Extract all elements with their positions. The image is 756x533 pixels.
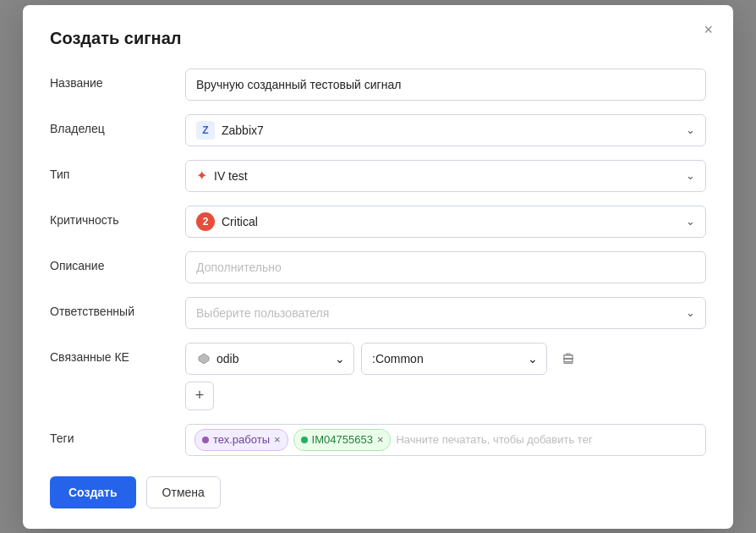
tag-1-label: тех.работы (213, 433, 270, 446)
type-value: IV test (214, 169, 248, 183)
tag-2: IM04755653 × (293, 429, 392, 451)
ke-value-2: :Common (372, 352, 424, 365)
type-row: Тип ✦ IV test ⌄ (50, 160, 706, 192)
criticality-label: Критичность (50, 206, 185, 227)
svg-marker-0 (199, 354, 209, 364)
responsible-row: Ответственный Выберите пользователя ⌄ (50, 297, 706, 329)
tags-label: Теги (50, 424, 185, 445)
type-icon: ✦ (196, 168, 207, 184)
modal-title: Создать сигнал (50, 29, 706, 48)
owner-row: Владелец Z Zabbix7 ⌄ (50, 114, 706, 146)
tags-placeholder: Начните печатать, чтобы добавить тег (396, 433, 592, 446)
criticality-badge: 2 (196, 212, 215, 231)
ke-chevron-icon-2: ⌄ (528, 352, 538, 365)
responsible-select[interactable]: Выберите пользователя ⌄ (185, 297, 706, 329)
create-button[interactable]: Создать (50, 476, 136, 508)
responsible-placeholder: Выберите пользователя (196, 306, 329, 320)
linked-ke-field: odib ⌄ :Common ⌄ (185, 343, 706, 410)
tag-2-label: IM04755653 (312, 433, 373, 446)
criticality-row: Критичность 2 Critical ⌄ (50, 206, 706, 238)
tag-1-remove-button[interactable]: × (274, 434, 281, 445)
criticality-value: Critical (222, 215, 258, 228)
type-select[interactable]: ✦ IV test ⌄ (185, 160, 706, 192)
svg-rect-3 (564, 361, 572, 363)
criticality-select[interactable]: 2 Critical ⌄ (185, 206, 706, 238)
description-row: Описание (50, 251, 706, 283)
ke-delete-button[interactable] (554, 344, 583, 373)
owner-field: Z Zabbix7 ⌄ (185, 114, 706, 146)
cancel-button[interactable]: Отмена (146, 476, 221, 508)
tag-1: тех.работы × (194, 429, 288, 451)
ke-chevron-icon-1: ⌄ (335, 352, 345, 365)
tag-1-dot (202, 437, 209, 443)
footer: Создать Отмена (50, 476, 706, 508)
description-input[interactable] (185, 251, 706, 283)
criticality-field: 2 Critical ⌄ (185, 206, 706, 238)
description-field (185, 251, 706, 283)
name-input[interactable] (185, 69, 706, 101)
close-button[interactable]: × (698, 20, 718, 39)
modal-dialog: × Создать сигнал Название Владелец Z Zab… (23, 5, 733, 529)
type-chevron-icon: ⌄ (686, 169, 695, 182)
name-row: Название (50, 69, 706, 101)
owner-label: Владелец (50, 114, 185, 135)
linked-ke-row: Связанные КЕ odib ⌄ :Common ⌄ (50, 343, 706, 410)
svg-rect-1 (563, 358, 573, 360)
type-field: ✦ IV test ⌄ (185, 160, 706, 192)
ke-select-2[interactable]: :Common ⌄ (361, 343, 547, 375)
criticality-chevron-icon: ⌄ (686, 215, 695, 228)
responsible-chevron-icon: ⌄ (686, 306, 695, 319)
tag-2-remove-button[interactable]: × (377, 434, 384, 445)
ke-value-1: odib (216, 352, 238, 365)
ke-icon-1 (196, 351, 211, 366)
owner-icon: Z (196, 121, 215, 140)
name-label: Название (50, 69, 185, 90)
type-label: Тип (50, 160, 185, 181)
responsible-field: Выберите пользователя ⌄ (185, 297, 706, 329)
owner-value: Zabbix7 (222, 124, 264, 137)
description-label: Описание (50, 251, 185, 272)
tags-row: Теги тех.работы × IM04755653 × Начните п… (50, 424, 706, 456)
name-field (185, 69, 706, 101)
modal-overlay: × Создать сигнал Название Владелец Z Zab… (0, 0, 756, 533)
ke-select-1[interactable]: odib ⌄ (185, 343, 354, 375)
linked-ke-label: Связанные КЕ (50, 343, 185, 364)
responsible-label: Ответственный (50, 297, 185, 318)
tags-field: тех.работы × IM04755653 × Начните печата… (185, 424, 706, 456)
tags-container[interactable]: тех.работы × IM04755653 × Начните печата… (185, 424, 706, 456)
linked-ke-selects: odib ⌄ :Common ⌄ (185, 343, 706, 375)
owner-select[interactable]: Z Zabbix7 ⌄ (185, 114, 706, 146)
tag-2-dot (301, 437, 308, 443)
add-ke-button[interactable]: + (185, 382, 214, 410)
owner-chevron-icon: ⌄ (686, 124, 695, 136)
